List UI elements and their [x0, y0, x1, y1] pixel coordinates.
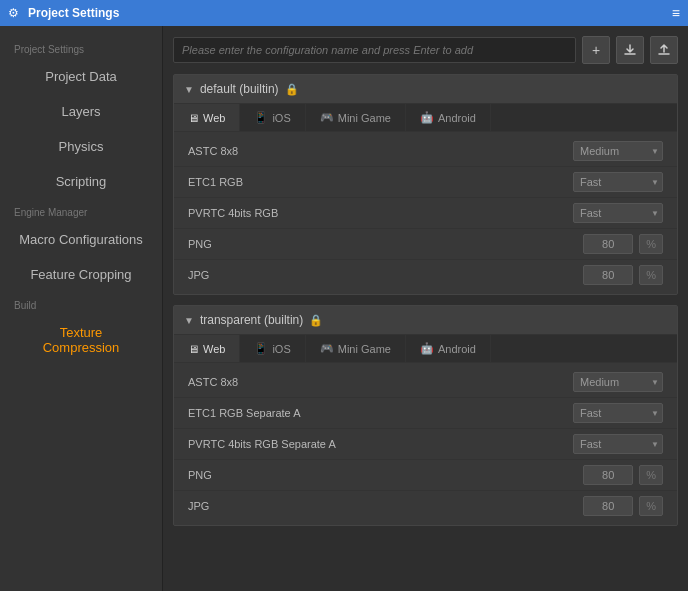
select-wrapper: Fast Medium Slow: [573, 172, 663, 192]
config-section-transparent: ▼ transparent (builtin) 🔒 🖥 Web 📱 iOS 🎮 …: [173, 305, 678, 526]
table-row: PVRTC 4bits RGB Fast Medium Slow: [174, 198, 677, 229]
jpg-quality-input-transparent[interactable]: [583, 496, 633, 516]
web-icon: 🖥: [188, 343, 199, 355]
main-layout: Project Settings Project Data Layers Phy…: [0, 26, 688, 591]
table-row: PNG %: [174, 460, 677, 491]
texture-control: %: [583, 496, 663, 516]
table-row: PNG %: [174, 229, 677, 260]
texture-name: JPG: [188, 500, 583, 512]
texture-name: JPG: [188, 269, 583, 281]
texture-select[interactable]: Medium Fast Slow: [573, 141, 663, 161]
texture-select[interactable]: Fast Medium Slow: [573, 434, 663, 454]
export-config-button[interactable]: [650, 36, 678, 64]
sidebar-item-project-data[interactable]: Project Data: [0, 59, 162, 94]
sidebar-item-texture-compression[interactable]: Texture Compression: [0, 315, 162, 365]
png-quality-input[interactable]: [583, 234, 633, 254]
platform-tab-ios-default[interactable]: 📱 iOS: [240, 104, 305, 131]
add-config-button[interactable]: +: [582, 36, 610, 64]
platform-tab-web-default[interactable]: 🖥 Web: [174, 104, 240, 131]
texture-rows-transparent: ASTC 8x8 Medium Fast Slow ETC1 RGB Se: [174, 363, 677, 525]
texture-select[interactable]: Fast Medium Slow: [573, 403, 663, 423]
texture-control: Fast Medium Slow: [573, 172, 663, 192]
texture-control: Fast Medium Slow: [573, 203, 663, 223]
title-bar: ⚙ Project Settings ≡: [0, 0, 688, 26]
table-row: ASTC 8x8 Medium Fast Slow: [174, 136, 677, 167]
platform-tab-minigame-default[interactable]: 🎮 Mini Game: [306, 104, 406, 131]
minigame-icon: 🎮: [320, 111, 334, 124]
texture-control: Fast Medium Slow: [573, 434, 663, 454]
percent-label: %: [639, 496, 663, 516]
title-bar-left: ⚙ Project Settings: [8, 6, 119, 20]
platform-tab-android-transparent[interactable]: 🤖 Android: [406, 335, 491, 362]
platform-tabs-transparent: 🖥 Web 📱 iOS 🎮 Mini Game 🤖 Android: [174, 335, 677, 363]
platform-tab-web-transparent[interactable]: 🖥 Web: [174, 335, 240, 362]
platform-tab-android-default[interactable]: 🤖 Android: [406, 104, 491, 131]
config-section-header-transparent: ▼ transparent (builtin) 🔒: [174, 306, 677, 335]
import-config-button[interactable]: [616, 36, 644, 64]
platform-tabs-default: 🖥 Web 📱 iOS 🎮 Mini Game 🤖 Android: [174, 104, 677, 132]
config-section-default: ▼ default (builtin) 🔒 🖥 Web 📱 iOS 🎮 Mini…: [173, 74, 678, 295]
lock-icon-transparent: 🔒: [309, 314, 323, 327]
table-row: JPG %: [174, 260, 677, 290]
texture-control: %: [583, 265, 663, 285]
minigame-icon: 🎮: [320, 342, 334, 355]
menu-icon[interactable]: ≡: [672, 5, 680, 21]
sidebar-item-layers[interactable]: Layers: [0, 94, 162, 129]
percent-label: %: [639, 265, 663, 285]
sidebar-section-label-build: Build: [0, 292, 162, 315]
texture-control: Medium Fast Slow: [573, 372, 663, 392]
ios-icon: 📱: [254, 342, 268, 355]
texture-name: PNG: [188, 469, 583, 481]
sidebar-item-scripting[interactable]: Scripting: [0, 164, 162, 199]
select-wrapper: Fast Medium Slow: [573, 434, 663, 454]
section-arrow-default[interactable]: ▼: [184, 84, 194, 95]
config-section-header-default: ▼ default (builtin) 🔒: [174, 75, 677, 104]
android-icon: 🤖: [420, 111, 434, 124]
section-title-transparent: transparent (builtin): [200, 313, 303, 327]
texture-name: ETC1 RGB: [188, 176, 573, 188]
sidebar-item-macro-configurations[interactable]: Macro Configurations: [0, 222, 162, 257]
platform-tab-minigame-transparent[interactable]: 🎮 Mini Game: [306, 335, 406, 362]
texture-control: Fast Medium Slow: [573, 403, 663, 423]
select-wrapper: Fast Medium Slow: [573, 403, 663, 423]
percent-label: %: [639, 234, 663, 254]
texture-name: PNG: [188, 238, 583, 250]
sidebar-item-physics[interactable]: Physics: [0, 129, 162, 164]
sidebar-section-label-engine-manager: Engine Manager: [0, 199, 162, 222]
config-name-input[interactable]: [173, 37, 576, 63]
title-bar-title: Project Settings: [28, 6, 119, 20]
platform-tab-ios-transparent[interactable]: 📱 iOS: [240, 335, 305, 362]
sidebar-item-feature-cropping[interactable]: Feature Cropping: [0, 257, 162, 292]
lock-icon-default: 🔒: [285, 83, 299, 96]
table-row: JPG %: [174, 491, 677, 521]
texture-select[interactable]: Fast Medium Slow: [573, 203, 663, 223]
texture-select[interactable]: Fast Medium Slow: [573, 172, 663, 192]
texture-rows-default: ASTC 8x8 Medium Fast Slow ETC1 RGB: [174, 132, 677, 294]
png-quality-input-transparent[interactable]: [583, 465, 633, 485]
texture-control: %: [583, 234, 663, 254]
table-row: PVRTC 4bits RGB Separate A Fast Medium S…: [174, 429, 677, 460]
web-icon: 🖥: [188, 112, 199, 124]
ios-icon: 📱: [254, 111, 268, 124]
texture-select[interactable]: Medium Fast Slow: [573, 372, 663, 392]
jpg-quality-input[interactable]: [583, 265, 633, 285]
android-icon: 🤖: [420, 342, 434, 355]
table-row: ETC1 RGB Fast Medium Slow: [174, 167, 677, 198]
settings-icon: ⚙: [8, 6, 22, 20]
config-input-row: +: [173, 36, 678, 64]
select-wrapper: Medium Fast Slow: [573, 372, 663, 392]
sidebar: Project Settings Project Data Layers Phy…: [0, 26, 163, 591]
texture-name: PVRTC 4bits RGB: [188, 207, 573, 219]
sidebar-section-label-project-settings: Project Settings: [0, 36, 162, 59]
table-row: ETC1 RGB Separate A Fast Medium Slow: [174, 398, 677, 429]
texture-control: %: [583, 465, 663, 485]
table-row: ASTC 8x8 Medium Fast Slow: [174, 367, 677, 398]
content-area: + ▼ default (builtin) 🔒: [163, 26, 688, 591]
select-wrapper: Fast Medium Slow: [573, 203, 663, 223]
texture-name: ETC1 RGB Separate A: [188, 407, 573, 419]
texture-control: Medium Fast Slow: [573, 141, 663, 161]
texture-name: ASTC 8x8: [188, 145, 573, 157]
section-arrow-transparent[interactable]: ▼: [184, 315, 194, 326]
select-wrapper: Medium Fast Slow: [573, 141, 663, 161]
section-title-default: default (builtin): [200, 82, 279, 96]
